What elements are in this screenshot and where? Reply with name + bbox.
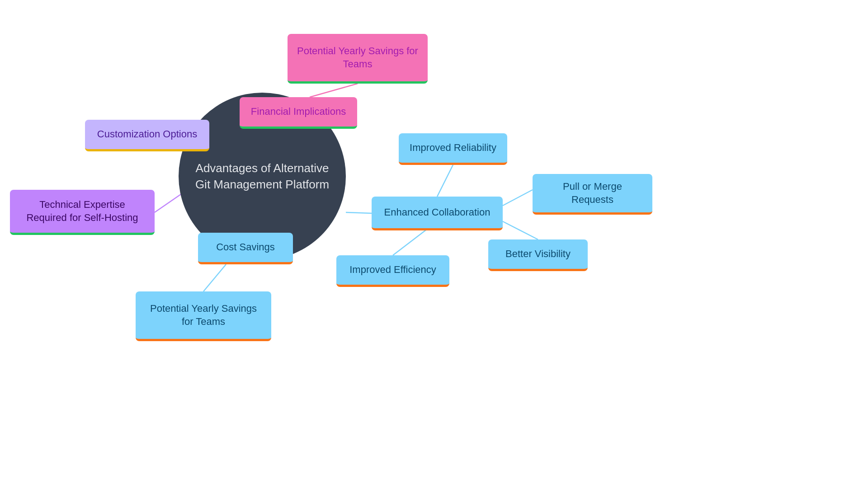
node-improved-efficiency[interactable]: Improved Efficiency — [336, 255, 449, 287]
node-financial-implications[interactable]: Financial Implications — [240, 97, 357, 129]
node-potential-yearly-top-label: Potential Yearly Savings for Teams — [296, 45, 420, 70]
node-improved-reliability-label: Improved Reliability — [410, 141, 496, 155]
node-potential-yearly-top[interactable]: Potential Yearly Savings for Teams — [288, 34, 428, 84]
node-enhanced-collaboration[interactable]: Enhanced Collaboration — [372, 197, 503, 230]
node-pull-merge-requests-label: Pull or Merge Requests — [541, 180, 644, 206]
center-label: Advantages of Alternative Git Management… — [179, 151, 346, 202]
svg-line-3 — [155, 194, 181, 212]
node-better-visibility[interactable]: Better Visibility — [488, 239, 588, 271]
node-enhanced-collaboration-label: Enhanced Collaboration — [384, 206, 491, 219]
node-pull-merge-requests[interactable]: Pull or Merge Requests — [533, 174, 652, 215]
node-potential-yearly-bottom-label: Potential Yearly Savings for Teams — [144, 302, 263, 328]
node-technical-expertise[interactable]: Technical Expertise Required for Self-Ho… — [10, 190, 155, 235]
svg-line-7 — [437, 165, 453, 197]
node-cost-savings-label: Cost Savings — [216, 241, 275, 254]
node-customization-options[interactable]: Customization Options — [85, 120, 209, 151]
node-customization-options-label: Customization Options — [97, 128, 197, 141]
node-improved-reliability[interactable]: Improved Reliability — [399, 133, 507, 165]
node-better-visibility-label: Better Visibility — [505, 248, 571, 261]
svg-line-1 — [310, 84, 358, 97]
node-potential-yearly-bottom[interactable]: Potential Yearly Savings for Teams — [136, 291, 271, 341]
svg-line-9 — [503, 190, 533, 206]
svg-line-6 — [346, 212, 372, 213]
node-technical-expertise-label: Technical Expertise Required for Self-Ho… — [18, 198, 146, 224]
node-improved-efficiency-label: Improved Efficiency — [349, 263, 436, 277]
node-cost-savings[interactable]: Cost Savings — [198, 233, 293, 264]
svg-line-5 — [203, 264, 226, 291]
svg-line-10 — [503, 221, 538, 239]
node-financial-implications-label: Financial Implications — [251, 105, 346, 118]
